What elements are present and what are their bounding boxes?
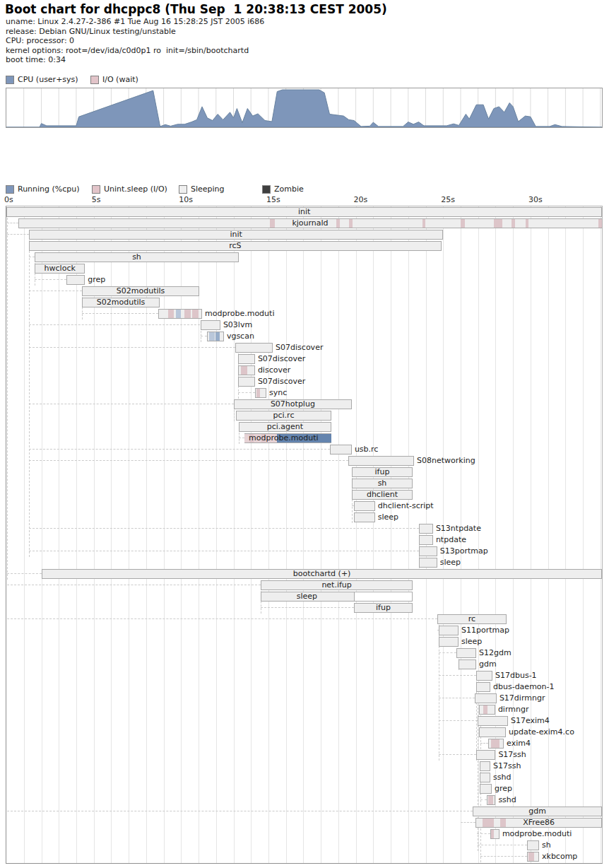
- process-bar: [479, 727, 506, 737]
- tree-connector-vertical: [234, 410, 235, 421]
- gridline: [583, 206, 584, 863]
- process-idle-segment: [354, 592, 413, 602]
- gridline: [338, 206, 339, 863]
- legend-running: Running (%cpu): [6, 184, 80, 194]
- process-bar: [352, 467, 413, 477]
- tree-connector: [478, 845, 527, 845]
- process-state-segment: [209, 332, 215, 341]
- process-state-segment: [349, 219, 353, 228]
- process-bar: [527, 840, 539, 850]
- time-tick-label: 5s: [92, 195, 101, 204]
- tree-connector: [7, 585, 261, 585]
- tree-connector: [29, 551, 419, 551]
- gridline: [565, 206, 566, 863]
- legend-cpu: CPU (user+sys): [6, 75, 78, 84]
- tree-connector: [29, 257, 35, 257]
- tree-connector: [439, 698, 475, 698]
- gridline: [42, 206, 42, 863]
- process-bar: [35, 264, 85, 274]
- bootchart-page: Boot chart for dhcppc8 (Thu Sep 1 20:38:…: [0, 0, 609, 868]
- tree-connector-vertical: [29, 240, 30, 557]
- tree-connector: [35, 279, 66, 280]
- cpu-line: CPU: processor: 0: [6, 36, 74, 45]
- gridline: [199, 206, 199, 863]
- tree-connector: [7, 573, 42, 574]
- legend-io: I/O (wait): [90, 75, 138, 84]
- gridline: [601, 206, 601, 863]
- tree-connector: [239, 438, 244, 438]
- process-state-segment: [491, 739, 499, 748]
- process-bar: [352, 479, 413, 488]
- process-bar: [354, 501, 375, 511]
- time-tick-label: 25s: [441, 195, 455, 204]
- process-label: sleep: [378, 512, 398, 522]
- process-bar: [29, 230, 443, 240]
- gridline: [391, 206, 391, 863]
- process-bar: [473, 807, 602, 816]
- process-state-segment: [422, 219, 426, 228]
- gridline: [59, 206, 59, 863]
- process-label: sh: [542, 840, 551, 850]
- tree-connector: [29, 528, 419, 529]
- process-label: S07discover: [258, 354, 305, 364]
- process-bar: [419, 524, 433, 534]
- tree-connector: [29, 291, 82, 291]
- process-bar: [478, 716, 508, 726]
- tree-connector: [238, 392, 255, 393]
- gridline: [303, 206, 304, 863]
- gridline: [356, 206, 357, 863]
- process-label: grep: [88, 275, 105, 285]
- process-label: S17dirmngr: [499, 693, 545, 703]
- process-bar: [419, 546, 437, 556]
- process-label: ntpdate: [436, 535, 466, 545]
- time-tick-label: 15s: [266, 195, 280, 204]
- process-bar: [261, 580, 413, 590]
- process-bar: [201, 320, 220, 330]
- time-tick-label: 30s: [528, 195, 543, 204]
- legend-zombie-label: Zombie: [274, 184, 304, 194]
- process-bar: [234, 399, 352, 409]
- process-label: vgscan: [227, 332, 254, 341]
- process-bar: [437, 614, 507, 624]
- process-state-segment: [512, 219, 515, 228]
- process-label: sync: [269, 388, 287, 398]
- process-bar: [238, 354, 255, 364]
- process-label: S17ssh: [493, 761, 521, 771]
- gridline: [373, 206, 374, 863]
- process-bar: [480, 761, 490, 771]
- process-label: S11portmap: [461, 626, 509, 635]
- gridline: [181, 206, 182, 863]
- release-line: release: Debian GNU/Linux testing/unstab…: [6, 27, 176, 36]
- gridline: [513, 206, 514, 863]
- process-state-segment: [598, 219, 602, 228]
- gridline: [408, 206, 409, 863]
- process-label: gdm: [479, 659, 497, 669]
- process-bar: [330, 445, 352, 454]
- gridline: [321, 206, 321, 863]
- process-label: S07discover: [258, 377, 305, 387]
- process-bar: [82, 298, 160, 307]
- tree-connector: [461, 822, 475, 823]
- io-swatch-icon: [90, 76, 99, 84]
- process-bar: [419, 535, 433, 545]
- legend-unint-sleep: Unint.sleep (I/O): [92, 184, 167, 194]
- gridline: [76, 206, 77, 863]
- zombie-swatch-icon: [262, 185, 271, 194]
- legend-unint-sleep-label: Unint.sleep (I/O): [104, 184, 167, 194]
- process-bar: [459, 659, 476, 669]
- boot-time-line: boot time: 0:34: [6, 55, 66, 64]
- process-state-segment: [176, 310, 181, 318]
- process-bar: [29, 241, 442, 251]
- process-state-segment: [528, 852, 534, 861]
- tree-connector: [261, 607, 354, 608]
- cpu-swatch-icon: [6, 76, 14, 84]
- process-state-segment: [256, 389, 261, 397]
- process-state-segment: [500, 819, 506, 827]
- gridline: [531, 206, 531, 863]
- gridline: [548, 206, 549, 863]
- tree-connector: [439, 754, 476, 755]
- process-label: S07discover: [276, 343, 323, 353]
- process-state-segment: [277, 434, 331, 442]
- gridline: [443, 206, 444, 863]
- legend-cpu-label: CPU (user+sys): [18, 75, 78, 84]
